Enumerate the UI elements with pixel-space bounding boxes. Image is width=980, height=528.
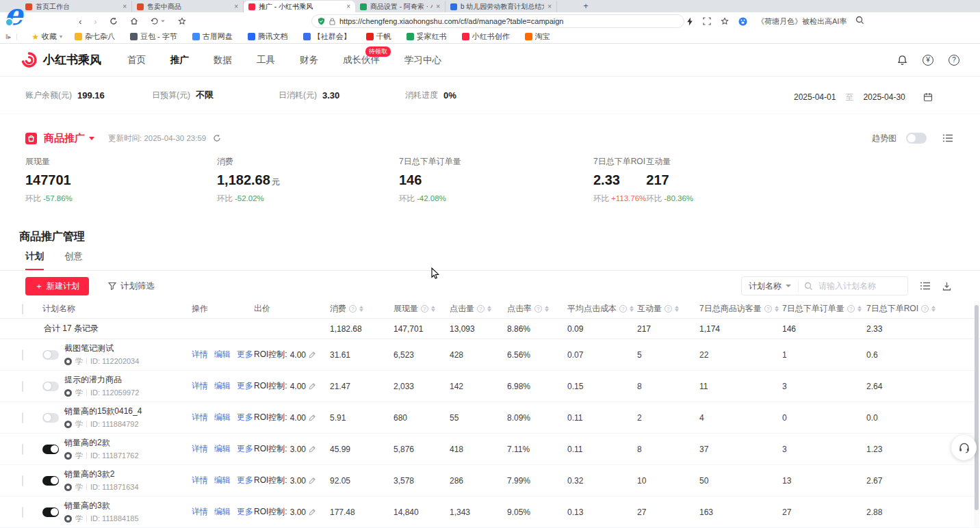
column-header[interactable]: 出价 ? <box>254 303 330 315</box>
date-start-input[interactable]: 2025-04-01 <box>794 92 836 102</box>
select-all-checkbox[interactable] <box>22 304 23 315</box>
plan-status-toggle[interactable] <box>42 507 59 517</box>
edit-link[interactable]: 编辑 <box>214 380 231 392</box>
plan-search-input[interactable] <box>818 281 901 291</box>
reload-icon[interactable] <box>109 17 118 25</box>
balance-icon[interactable]: ¥ <box>923 55 933 66</box>
download-icon[interactable] <box>942 282 951 291</box>
edit-link[interactable]: 编辑 <box>214 412 231 423</box>
customer-service-button[interactable] <box>951 435 977 460</box>
sort-icon[interactable] <box>675 306 679 312</box>
nav-item[interactable]: 首页 <box>127 54 146 66</box>
edit-bid-icon[interactable] <box>309 351 316 358</box>
more-link[interactable]: 更多 <box>237 506 253 518</box>
sort-icon[interactable] <box>545 306 549 312</box>
capture-icon[interactable] <box>703 17 711 25</box>
detail-link[interactable]: 详情 <box>192 380 208 392</box>
sort-icon[interactable] <box>359 306 363 312</box>
bookmark-item[interactable]: 收藏 ▾ <box>25 31 68 42</box>
sort-icon[interactable] <box>858 306 862 312</box>
nav-item[interactable]: 成长伙伴 待领取 <box>343 54 380 66</box>
help-tooltip-icon[interactable]: ? <box>619 305 627 313</box>
column-header[interactable]: 展现量 ? <box>394 303 450 315</box>
address-bar[interactable]: https://chengfeng.xiaohongshu.com/cf/ad/… <box>311 14 684 28</box>
help-tooltip-icon[interactable]: ? <box>477 305 485 313</box>
edit-bid-icon[interactable] <box>309 508 316 516</box>
manage-tab[interactable]: 创意 <box>64 250 83 270</box>
more-link[interactable]: 更多 <box>237 475 253 486</box>
star-icon[interactable] <box>721 17 729 25</box>
date-end-input[interactable]: 2025-04-30 <box>863 92 905 102</box>
detail-link[interactable]: 详情 <box>192 506 208 518</box>
help-tooltip-icon[interactable]: ? <box>764 305 772 313</box>
tab-close-icon[interactable]: × <box>122 3 127 10</box>
bookmark-item[interactable]: 千帆 <box>360 31 400 42</box>
row-checkbox[interactable] <box>22 507 23 518</box>
plugin-paw-icon[interactable] <box>738 17 747 26</box>
edit-bid-icon[interactable] <box>309 382 316 390</box>
forward-icon[interactable]: › <box>94 16 96 27</box>
plan-status-toggle[interactable] <box>42 445 59 454</box>
column-header[interactable]: 互动量 ? <box>637 303 699 315</box>
nav-item[interactable]: 推广 <box>170 54 189 66</box>
plan-name[interactable]: 提示的潜力商品 <box>64 375 139 385</box>
sort-icon[interactable] <box>775 306 779 312</box>
plan-name[interactable]: 销量高的2款 <box>64 438 139 448</box>
edit-bid-icon[interactable] <box>309 477 316 484</box>
tab-close-icon[interactable]: × <box>234 3 238 10</box>
detail-link[interactable]: 详情 <box>192 443 208 455</box>
column-header[interactable]: 操作 ? <box>192 303 254 315</box>
column-header[interactable]: 消费 ? <box>330 303 394 315</box>
bookmark-item[interactable]: 腾讯文档 <box>242 31 297 42</box>
browser-tab[interactable]: 售卖中商品 × <box>132 1 244 12</box>
edit-link[interactable]: 编辑 <box>214 506 231 518</box>
plan-status-toggle[interactable] <box>42 476 59 486</box>
bookmark-item[interactable]: 杂七杂八 <box>68 31 124 42</box>
trend-chart-toggle[interactable] <box>906 133 927 144</box>
plan-name[interactable]: 销量高的3款2 <box>64 469 139 479</box>
nav-item[interactable]: 财务 <box>300 54 318 66</box>
home-icon[interactable] <box>130 17 138 25</box>
column-header[interactable]: 平均点击成本 ? <box>567 303 637 315</box>
favorites-icon[interactable] <box>178 17 186 25</box>
sort-icon[interactable] <box>630 306 634 312</box>
plan-name[interactable]: 销量高的15款0416_4 <box>64 406 142 417</box>
search-field-select[interactable]: 计划名称 <box>749 280 799 292</box>
plan-status-toggle[interactable] <box>42 413 59 423</box>
browser-tab[interactable]: 首页工作台 × <box>21 1 132 12</box>
help-tooltip-icon[interactable]: ? <box>421 305 428 313</box>
notification-bell-icon[interactable] <box>897 55 907 66</box>
nav-item[interactable]: 数据 <box>214 54 232 66</box>
metric-settings-icon[interactable] <box>943 134 953 142</box>
sort-icon[interactable] <box>931 306 936 312</box>
plan-name[interactable]: 截图笔记测试 <box>64 343 139 354</box>
detail-link[interactable]: 详情 <box>192 412 208 423</box>
row-checkbox[interactable] <box>22 381 23 392</box>
bookmark-item[interactable]: 妥家红书 <box>400 31 456 42</box>
tab-close-icon[interactable]: × <box>346 3 350 10</box>
column-settings-icon[interactable] <box>920 282 930 290</box>
more-link[interactable]: 更多 <box>237 380 253 392</box>
row-checkbox[interactable] <box>22 444 23 455</box>
calendar-icon[interactable] <box>923 92 933 102</box>
edit-bid-icon[interactable] <box>309 445 316 453</box>
edit-link[interactable]: 编辑 <box>214 443 231 455</box>
help-tooltip-icon[interactable]: ? <box>349 305 357 313</box>
help-tooltip-icon[interactable]: ? <box>534 305 542 313</box>
scrollbar-thumb[interactable] <box>975 305 979 510</box>
help-tooltip-icon[interactable]: ? <box>847 305 855 313</box>
browser-tab[interactable]: b 幼儿园劳动教育计划总结方案… × <box>446 1 557 12</box>
column-header[interactable]: 7日总下单订单量 ? <box>782 303 866 315</box>
help-tooltip-icon[interactable]: ? <box>921 305 929 313</box>
lightning-icon[interactable] <box>686 17 693 26</box>
bookmark-item[interactable]: 淘宝 <box>519 31 559 42</box>
plan-name[interactable]: 销量高的3款 <box>64 501 139 511</box>
new-tab-button[interactable]: + <box>578 0 593 12</box>
tab-close-icon[interactable]: × <box>436 3 440 10</box>
column-header[interactable]: 7日总下单ROI ? <box>866 303 980 315</box>
sort-icon[interactable] <box>487 306 491 312</box>
bookmark-item[interactable]: 古厝网盘 <box>186 31 242 42</box>
more-link[interactable]: 更多 <box>237 443 253 455</box>
edit-link[interactable]: 编辑 <box>214 475 231 486</box>
column-header[interactable]: 7日总商品访客量 ? <box>699 303 782 315</box>
